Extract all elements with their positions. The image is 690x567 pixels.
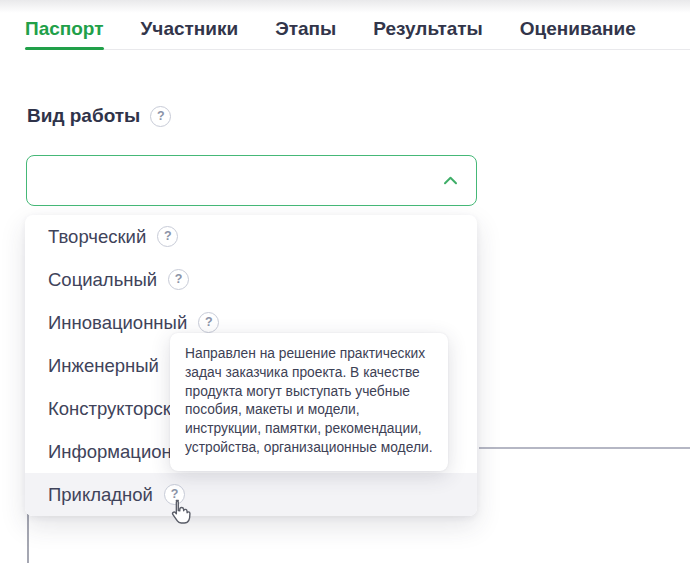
option-label: Социальный (48, 269, 157, 291)
option-applied[interactable]: Прикладной ? (25, 473, 477, 516)
option-label: Творческий (48, 226, 146, 248)
help-icon[interactable]: ? (157, 226, 178, 247)
tab-passport[interactable]: Паспорт (25, 19, 104, 38)
tab-bar: Паспорт Участники Этапы Результаты Оцени… (25, 0, 690, 50)
hidden-field-underline (479, 447, 690, 449)
option-label: Прикладной (48, 484, 153, 506)
help-icon[interactable]: ? (168, 269, 189, 290)
tab-results[interactable]: Результаты (373, 19, 483, 38)
help-icon[interactable]: ? (198, 312, 219, 333)
chevron-up-icon (443, 176, 458, 185)
option-social[interactable]: Социальный ? (25, 258, 477, 301)
work-type-select[interactable] (26, 155, 477, 206)
option-label: Инженерный (48, 355, 159, 377)
field-label-text: Вид работы (27, 105, 140, 128)
hidden-field-left-border (27, 514, 29, 563)
tab-evaluation[interactable]: Оценивание (520, 19, 636, 38)
tab-stages[interactable]: Этапы (275, 19, 336, 38)
tab-participants[interactable]: Участники (141, 19, 239, 38)
option-help-tooltip: Направлен на решение практических задач … (170, 333, 448, 471)
option-creative[interactable]: Творческий ? (25, 215, 477, 258)
help-icon[interactable]: ? (164, 484, 185, 505)
work-type-field-label: Вид работы ? (27, 105, 171, 128)
help-icon[interactable]: ? (150, 106, 171, 127)
option-label: Инновационный (48, 312, 187, 334)
